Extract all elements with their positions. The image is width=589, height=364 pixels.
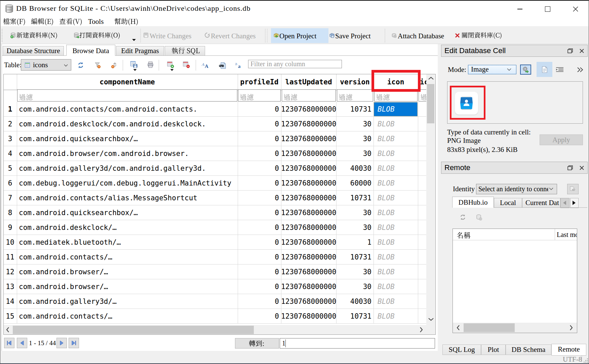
svg-text:b: b — [235, 62, 237, 66]
svg-text:A: A — [205, 64, 208, 69]
svg-text:a: a — [238, 64, 241, 69]
svg-text:A: A — [202, 62, 204, 67]
